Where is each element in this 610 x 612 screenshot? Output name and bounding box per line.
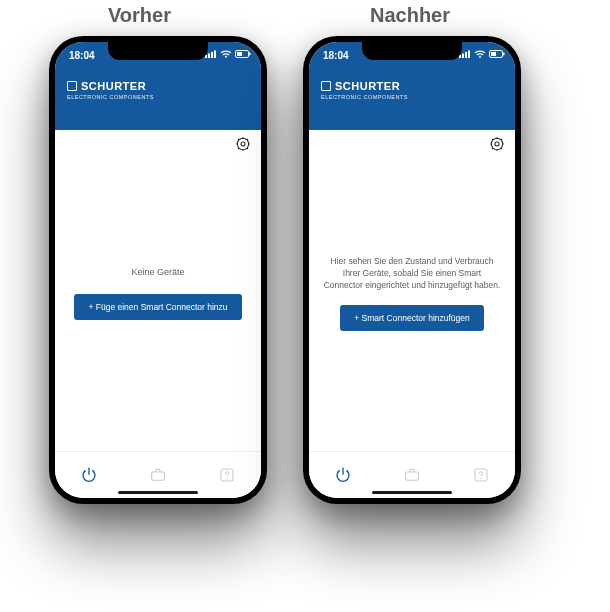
svg-rect-6 (237, 52, 242, 56)
svg-point-20 (226, 478, 227, 479)
status-time: 18:04 (69, 50, 95, 61)
nav-briefcase-icon[interactable] (148, 465, 168, 485)
svg-rect-7 (249, 53, 251, 56)
status-time: 18:04 (323, 50, 349, 61)
heading-before: Vorher (108, 4, 171, 27)
brand-logo-icon (67, 81, 77, 91)
phone-before: 18:04 SCHURTER (49, 36, 267, 504)
app-header: SCHURTER ELECTRONIC COMPONENTS (309, 72, 515, 130)
svg-rect-1 (208, 54, 210, 59)
heading-after: Nachher (370, 4, 450, 27)
brand-subtitle: ELECTRONIC COMPONENTS (321, 94, 503, 100)
empty-state: Keine Geräte + Füge einen Smart Connecto… (55, 130, 261, 456)
svg-rect-18 (152, 472, 165, 480)
home-indicator (118, 491, 198, 494)
empty-state-message: Hier sehen Sie den Zustand und Verbrauch… (323, 255, 501, 292)
svg-rect-28 (503, 53, 505, 56)
svg-rect-27 (491, 52, 496, 56)
wifi-icon (220, 50, 232, 58)
nav-power-icon[interactable] (333, 465, 353, 485)
empty-state: Hier sehen Sie den Zustand und Verbrauch… (309, 130, 515, 456)
app-header: SCHURTER ELECTRONIC COMPONENTS (55, 72, 261, 130)
nav-help-icon[interactable] (471, 465, 491, 485)
svg-point-41 (480, 478, 481, 479)
svg-rect-24 (468, 51, 470, 59)
svg-rect-23 (465, 52, 467, 58)
svg-rect-3 (214, 51, 216, 59)
brand-name: SCHURTER (335, 80, 400, 92)
nav-power-icon[interactable] (79, 465, 99, 485)
device-notch (362, 42, 462, 60)
phone-after: 18:04 SCHURTER (303, 36, 521, 504)
wifi-icon (474, 50, 486, 58)
brand-subtitle: ELECTRONIC COMPONENTS (67, 94, 249, 100)
nav-help-icon[interactable] (217, 465, 237, 485)
svg-rect-22 (462, 54, 464, 59)
svg-rect-2 (211, 52, 213, 58)
add-connector-button[interactable]: + Füge einen Smart Connector hinzu (74, 294, 241, 320)
svg-point-25 (479, 56, 481, 58)
add-connector-button[interactable]: + Smart Connector hinzufügen (340, 305, 484, 331)
nav-briefcase-icon[interactable] (402, 465, 422, 485)
svg-point-4 (225, 56, 227, 58)
device-notch (108, 42, 208, 60)
svg-rect-39 (406, 472, 419, 480)
battery-icon (235, 50, 251, 58)
brand-logo-icon (321, 81, 331, 91)
home-indicator (372, 491, 452, 494)
brand-name: SCHURTER (81, 80, 146, 92)
battery-icon (489, 50, 505, 58)
empty-state-message: Keine Geräte (131, 266, 184, 279)
